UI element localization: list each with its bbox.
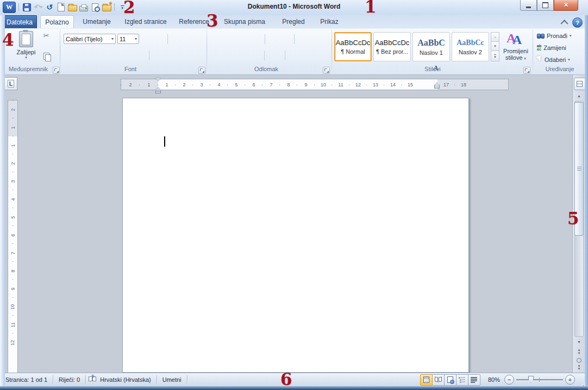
tab-skupna-pisma[interactable]: Skupna pisma	[221, 15, 268, 28]
paragraph-dialog-launcher[interactable]	[323, 67, 330, 74]
scroll-up-button[interactable]: ▲	[574, 92, 584, 100]
paste-dropdown-arrow[interactable]: ▾	[25, 55, 27, 60]
hanging-indent-marker[interactable]	[155, 85, 161, 91]
group-separator	[207, 29, 207, 73]
styles-gallery-more-button[interactable]: ▾	[491, 51, 499, 61]
left-indent-marker[interactable]	[155, 91, 161, 93]
view-ruler-toggle-button[interactable]	[574, 78, 585, 90]
tab-datoteka[interactable]: Datoteka	[2, 15, 37, 28]
fullscreen-reading-view-button[interactable]	[433, 374, 445, 386]
document-page[interactable]	[122, 98, 469, 373]
find-button[interactable]: Pronađi ▾	[537, 31, 571, 41]
restore-button[interactable]	[537, 0, 554, 11]
previous-page-button[interactable]: ▲▲	[574, 348, 584, 355]
status-separator	[187, 375, 187, 384]
font-size-combobox[interactable]: 11 ▾	[117, 34, 139, 44]
redo-button[interactable]: ↺	[45, 2, 54, 12]
font-dialog-launcher[interactable]	[198, 67, 205, 74]
scroll-down-button[interactable]: ▼	[574, 338, 584, 346]
chevron-down-icon: ▾	[111, 36, 114, 41]
star-icon: ✱	[109, 1, 112, 6]
style-name: ¶ Normal	[341, 48, 365, 55]
save-button[interactable]	[22, 2, 32, 12]
style-heading1[interactable]: AaBbC Naslov 1	[412, 32, 450, 61]
horizontal-ruler[interactable]: 21 123456789101112131415 1718	[121, 79, 509, 90]
word-window: Dokument10 - Microsoft Word W ↶▾ ↺ ✱ ▾ ✕…	[0, 0, 588, 390]
close-button[interactable]: ✕	[554, 0, 578, 11]
help-button[interactable]: ?	[572, 17, 583, 28]
styles-scroll-up-button[interactable]: ▴	[491, 32, 499, 42]
font-size-value: 11	[120, 36, 126, 42]
cut-button[interactable]: ✂	[41, 30, 51, 40]
chevron-down-icon: ▾	[570, 34, 572, 38]
annotation-4: 4	[2, 31, 14, 48]
style-normal[interactable]: AaBbCcDc ¶ Normal	[334, 32, 372, 61]
tab-izgled-stranice[interactable]: Izgled stranice	[120, 15, 172, 28]
zoom-level[interactable]: 80%	[480, 376, 504, 383]
font-family-combobox[interactable]: Calibri (Tijelo) ▾	[64, 34, 116, 44]
undo-dropdown-arrow[interactable]: ▾	[40, 5, 42, 9]
paste-button[interactable]: Zalijepi ▾	[14, 31, 38, 60]
font-family-value: Calibri (Tijelo)	[66, 36, 102, 42]
ruler-top-margin: 21	[8, 100, 17, 136]
zoom-in-button[interactable]: +	[565, 375, 575, 385]
select-cursor-icon	[536, 55, 543, 64]
print-preview-button[interactable]	[90, 2, 100, 12]
word-logo-icon[interactable]: W	[3, 2, 16, 13]
minimize-button[interactable]	[520, 0, 537, 11]
tab-selector-button[interactable]: L	[4, 77, 17, 90]
outline-view-button[interactable]	[456, 374, 468, 386]
select-button[interactable]: Odaberi ▾	[537, 55, 570, 65]
ruler-number: 4	[210, 79, 228, 90]
new-document-button[interactable]	[56, 2, 66, 12]
tab-pregled[interactable]: Pregled	[276, 15, 311, 28]
change-styles-line1: Promijeni	[503, 48, 528, 54]
insert-mode-status[interactable]: Umetni	[157, 376, 187, 383]
separator	[294, 34, 295, 44]
status-bar: Stranica: 1 od 1 Riječi: 0 ✎ Hrvatski (H…	[0, 373, 588, 386]
undo-button[interactable]: ↶▾	[33, 2, 43, 12]
tab-polazno[interactable]: Polazno	[40, 15, 74, 28]
copy-button[interactable]	[41, 51, 51, 61]
change-styles-button[interactable]: AA Promijeni stilove ▾	[500, 31, 531, 61]
select-label: Odaberi	[545, 56, 566, 63]
print-layout-view-button[interactable]	[420, 374, 433, 386]
zoom-slider-track[interactable]	[516, 379, 563, 380]
more-styles-icon: ▾	[494, 54, 496, 58]
ruler-number: 18	[455, 79, 472, 90]
draft-view-button[interactable]	[468, 374, 480, 386]
open-button[interactable]	[67, 2, 77, 12]
paste-label: Zalijepi	[17, 49, 36, 55]
first-line-indent-marker[interactable]	[155, 78, 161, 84]
zoom-slider-midpoint	[539, 378, 540, 382]
language-status[interactable]: Hrvatski (Hrvatska)	[99, 376, 157, 383]
qat-separator	[114, 3, 115, 11]
restore-icon	[542, 2, 548, 8]
next-page-button[interactable]: ▼▼	[574, 364, 584, 372]
style-no-spacing[interactable]: AaBbCcDc ¶ Bez pror...	[373, 32, 411, 61]
styles-dialog-launcher[interactable]	[523, 67, 530, 74]
text-cursor	[164, 136, 165, 147]
vertical-ruler[interactable]: 21 123456789101112	[8, 100, 18, 376]
quick-print-button[interactable]	[79, 2, 89, 12]
web-layout-icon	[447, 376, 453, 383]
zoom-slider-thumb[interactable]	[528, 376, 534, 383]
ruler-number: 2	[176, 79, 193, 90]
ruler-number: 11	[332, 79, 349, 90]
tab-umetanje[interactable]: Umetanje	[77, 15, 116, 28]
styles-scroll-down-button[interactable]: ▾	[491, 41, 499, 51]
word-count[interactable]: Riječi: 0	[53, 376, 85, 383]
window-border-right	[585, 15, 588, 387]
proofing-status-button[interactable]: ✎	[86, 376, 99, 383]
select-browse-object-button[interactable]	[574, 356, 584, 364]
tab-prikaz[interactable]: Prikaz	[314, 15, 345, 28]
zoom-out-button[interactable]: −	[504, 375, 514, 385]
clipboard-dialog-launcher[interactable]	[53, 67, 60, 74]
style-heading2[interactable]: AaBbCc Naslov 2	[452, 32, 489, 61]
draft-view-icon	[471, 377, 477, 383]
replace-button[interactable]: abac Zamijeni	[537, 43, 566, 53]
ruler-number: 3	[193, 79, 210, 90]
page-count[interactable]: Stranica: 1 od 1	[0, 376, 53, 383]
web-layout-view-button[interactable]	[445, 374, 456, 386]
open-recent-button[interactable]: ✱	[102, 2, 111, 12]
